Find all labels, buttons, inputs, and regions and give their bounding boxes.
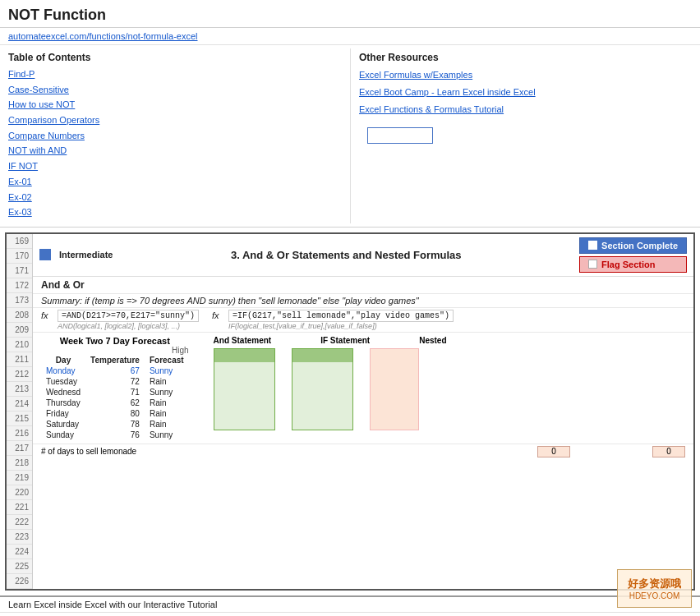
toc-header: Table of Contents bbox=[8, 52, 342, 63]
cell-forecast-5: Rain bbox=[145, 408, 189, 419]
chart-box-if bbox=[292, 348, 353, 430]
empty-input-cell[interactable] bbox=[367, 127, 433, 144]
summary-row: Summary: if (temp is => 70 degrees AND s… bbox=[33, 294, 693, 308]
formula-hint-1: AND(logical1, [logical2], [logical3], ..… bbox=[41, 322, 199, 330]
section-buttons: Section Complete Flag Section bbox=[579, 237, 687, 273]
cell-temp-5: 80 bbox=[85, 408, 145, 419]
row-num-216: 216 bbox=[7, 426, 32, 441]
formula-box-2: fx =IF(G217,"sell lemonade","play video … bbox=[212, 310, 454, 330]
top-section: Table of Contents Find-P Case-Sensitive … bbox=[0, 45, 700, 228]
days-value-1: 0 bbox=[537, 446, 570, 457]
row-num-172: 172 bbox=[7, 278, 32, 293]
cell-day-3: Wednesd bbox=[41, 387, 85, 398]
excel-embed: 169 170 171 172 173 208 209 210 211 212 … bbox=[5, 232, 695, 591]
intermediate-label: Intermediate bbox=[59, 250, 113, 260]
section-title: 3. And & Or Statements and Nested Formul… bbox=[121, 249, 571, 261]
forecast-table: Week Two 7 Day Forecast High Day Tempera… bbox=[41, 336, 189, 440]
row-num-226: 226 bbox=[7, 574, 32, 589]
url-bar[interactable]: automateexcel.com/functions/not-formula-… bbox=[0, 28, 700, 45]
chart-area: And Statement IF Statement Nested bbox=[214, 336, 447, 440]
row-numbers-column: 169 170 171 172 173 208 209 210 211 212 … bbox=[7, 234, 33, 589]
col-header-forecast: Forecast bbox=[145, 355, 189, 365]
chart-header-if: IF Statement bbox=[320, 336, 370, 345]
cell-temp-1: 67 bbox=[85, 365, 145, 376]
cell-day-1: Monday bbox=[41, 365, 85, 376]
toc-link-ex02[interactable]: Ex-02 bbox=[8, 190, 342, 205]
section-complete-button[interactable]: Section Complete bbox=[579, 237, 687, 254]
formula-box-1: fx =AND(D217>=70,E217="sunny") AND(logic… bbox=[41, 310, 199, 330]
cell-temp-7: 76 bbox=[85, 430, 145, 440]
blue-square-icon bbox=[39, 249, 51, 260]
row-num-169: 169 bbox=[7, 234, 32, 249]
toc-link-ex03[interactable]: Ex-03 bbox=[8, 205, 342, 220]
chart-col-if bbox=[292, 348, 353, 430]
resource-link-1[interactable]: Excel Formulas w/Examples bbox=[359, 67, 692, 84]
forecast-data-table: Day Temperature Forecast Monday 67 Sunny bbox=[41, 355, 189, 440]
toc-link-how-to-use-not[interactable]: How to use NOT bbox=[8, 97, 342, 113]
chart-highlight-and bbox=[214, 349, 274, 362]
toc-column: Table of Contents Find-P Case-Sensitive … bbox=[0, 48, 350, 223]
toc-link-case-sensitive[interactable]: Case-Sensitive bbox=[8, 82, 342, 98]
section-complete-checkbox bbox=[588, 241, 597, 250]
chart-col-nested bbox=[370, 348, 419, 430]
row-num-221: 221 bbox=[7, 500, 32, 515]
row-num-209: 209 bbox=[7, 323, 32, 338]
table-row: Saturday 78 Rain bbox=[41, 419, 189, 430]
forecast-subtitle: High bbox=[41, 346, 189, 355]
row-num-222: 222 bbox=[7, 515, 32, 530]
cell-day-4: Thursday bbox=[41, 398, 85, 408]
row-num-171: 171 bbox=[7, 264, 32, 278]
table-row: Thursday 62 Rain bbox=[41, 398, 189, 408]
chart-highlight-if bbox=[292, 349, 352, 362]
row-num-170: 170 bbox=[7, 249, 32, 264]
cell-day-7: Sunday bbox=[41, 430, 85, 440]
days-value-2: 0 bbox=[652, 446, 685, 457]
chart-box-nested bbox=[370, 348, 419, 430]
toc-link-compare-numbers[interactable]: Compare Numbers bbox=[8, 128, 342, 144]
row-num-223: 223 bbox=[7, 530, 32, 545]
chart-header-and: And Statement bbox=[214, 336, 272, 345]
row-num-218: 218 bbox=[7, 456, 32, 471]
toc-link-not-with-and[interactable]: NOT with AND bbox=[8, 143, 342, 159]
chart-headers: And Statement IF Statement Nested bbox=[214, 336, 447, 345]
toc-link-comparison-operators[interactable]: Comparison Operators bbox=[8, 113, 342, 128]
cell-forecast-2: Rain bbox=[145, 376, 189, 387]
resources-column: Other Resources Excel Formulas w/Example… bbox=[350, 48, 700, 223]
days-label: # of days to sell lemonade bbox=[41, 447, 189, 456]
excel-header-bar: Intermediate 3. And & Or Statements and … bbox=[33, 234, 693, 277]
col-header-temp: Temperature bbox=[85, 355, 145, 365]
resource-link-3[interactable]: Excel Functions & Formulas Tutorial bbox=[359, 101, 692, 118]
cell-temp-3: 71 bbox=[85, 387, 145, 398]
toc-link-ex01[interactable]: Ex-01 bbox=[8, 174, 342, 190]
chart-box-and bbox=[214, 348, 275, 430]
row-num-214: 214 bbox=[7, 397, 32, 411]
table-row: Tuesday 72 Rain bbox=[41, 376, 189, 387]
flag-section-checkbox bbox=[588, 260, 597, 269]
toc-link-findp[interactable]: Find-P bbox=[8, 67, 342, 82]
fx-label-2: fx bbox=[212, 310, 225, 320]
cell-temp-4: 62 bbox=[85, 398, 145, 408]
section-complete-label: Section Complete bbox=[601, 241, 678, 251]
formula-text-1: =AND(D217>=70,E217="sunny") bbox=[58, 310, 199, 322]
row-num-212: 212 bbox=[7, 367, 32, 382]
row-num-225: 225 bbox=[7, 559, 32, 574]
cell-day-6: Saturday bbox=[41, 419, 85, 430]
formula-hint-2: IF(logical_test,[value_if_true],[value_i… bbox=[212, 322, 454, 330]
forecast-title: Week Two 7 Day Forecast bbox=[41, 336, 189, 346]
flag-section-button[interactable]: Flag Section bbox=[579, 256, 687, 273]
cell-forecast-6: Rain bbox=[145, 419, 189, 430]
fx-label-1: fx bbox=[41, 310, 54, 320]
toc-link-if-not[interactable]: IF NOT bbox=[8, 159, 342, 174]
resource-link-2[interactable]: Excel Boot Camp - Learn Excel inside Exc… bbox=[359, 84, 692, 101]
row-num-211: 211 bbox=[7, 352, 32, 367]
row-num-210: 210 bbox=[7, 338, 32, 352]
row-num-173: 173 bbox=[7, 293, 32, 308]
and-or-label: And & Or bbox=[33, 277, 693, 294]
table-row: Monday 67 Sunny bbox=[41, 365, 189, 376]
days-row: # of days to sell lemonade 0 0 bbox=[33, 444, 693, 459]
row-num-220: 220 bbox=[7, 485, 32, 500]
table-row: Sunday 76 Sunny bbox=[41, 430, 189, 440]
footer-rows: Learn Excel inside Excel with our Intera… bbox=[0, 595, 700, 616]
cell-temp-2: 72 bbox=[85, 376, 145, 387]
table-area: Week Two 7 Day Forecast High Day Tempera… bbox=[33, 333, 693, 444]
